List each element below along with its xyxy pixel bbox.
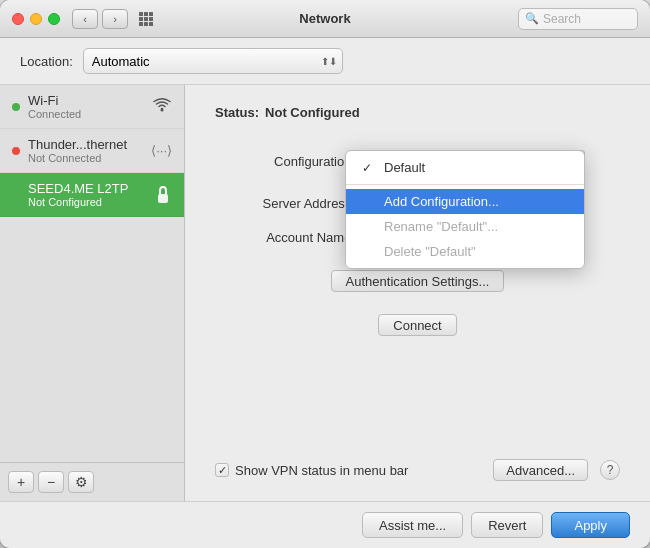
- sidebar: Wi-Fi Connected: [0, 85, 185, 501]
- network-info-thunderbolt: Thunder...thernet Not Connected: [28, 137, 151, 164]
- account-name-label: Account Name:: [215, 230, 355, 245]
- svg-rect-1: [158, 194, 168, 203]
- network-status-l2tp: Not Configured: [28, 196, 154, 208]
- dropdown-label-default: Default: [384, 160, 425, 175]
- title-bar: ‹ › Network 🔍 Search: [0, 0, 650, 38]
- network-name-thunderbolt: Thunder...thernet: [28, 137, 151, 152]
- revert-button[interactable]: Revert: [471, 512, 543, 538]
- network-item-thunderbolt[interactable]: Thunder...thernet Not Connected ⟨···⟩: [0, 129, 184, 173]
- status-dot-thunderbolt: [12, 147, 20, 155]
- remove-network-button[interactable]: −: [38, 471, 64, 493]
- network-name-wifi: Wi-Fi: [28, 93, 152, 108]
- network-info-l2tp: SEED4.ME L2TP Not Configured: [28, 181, 154, 208]
- auth-settings-button[interactable]: Authentication Settings...: [331, 270, 505, 292]
- back-button[interactable]: ‹: [72, 9, 98, 29]
- window: ‹ › Network 🔍 Search Location: Automatic…: [0, 0, 650, 548]
- vpn-checkbox-row: ✓ Show VPN status in menu bar Advanced..…: [215, 449, 620, 481]
- vpn-status-label: Show VPN status in menu bar: [235, 463, 408, 478]
- network-item-l2tp[interactable]: SEED4.ME L2TP Not Configured: [0, 173, 184, 217]
- network-status-wifi: Connected: [28, 108, 152, 120]
- thunderbolt-icon: ⟨···⟩: [151, 143, 172, 158]
- dropdown-item-delete: Delete "Default": [346, 239, 584, 264]
- config-section: Configuration: Default ✓ Default: [215, 150, 620, 336]
- connect-button-row: Connect: [215, 314, 620, 336]
- location-select[interactable]: Automatic Home Work: [83, 48, 343, 74]
- network-info-wifi: Wi-Fi Connected: [28, 93, 152, 120]
- assist-button[interactable]: Assist me...: [362, 512, 463, 538]
- dropdown-item-default[interactable]: ✓ Default: [346, 155, 584, 180]
- gear-button[interactable]: ⚙: [68, 471, 94, 493]
- search-placeholder: Search: [543, 12, 581, 26]
- advanced-button[interactable]: Advanced...: [493, 459, 588, 481]
- status-dot-wifi: [12, 103, 20, 111]
- grid-button[interactable]: [136, 9, 156, 29]
- minimize-button[interactable]: [30, 13, 42, 25]
- dropdown-item-add[interactable]: Add Configuration...: [346, 189, 584, 214]
- help-button[interactable]: ?: [600, 460, 620, 480]
- search-bar[interactable]: 🔍 Search: [518, 8, 638, 30]
- wifi-icon: [152, 97, 172, 117]
- forward-button[interactable]: ›: [102, 9, 128, 29]
- location-label: Location:: [20, 54, 73, 69]
- configuration-label: Configuration:: [215, 154, 355, 169]
- status-dot-l2tp: [12, 191, 20, 199]
- network-item-wifi[interactable]: Wi-Fi Connected: [0, 85, 184, 129]
- network-status-thunderbolt: Not Connected: [28, 152, 151, 164]
- network-name-l2tp: SEED4.ME L2TP: [28, 181, 154, 196]
- connect-button[interactable]: Connect: [378, 314, 456, 336]
- location-select-wrapper: Automatic Home Work ⬆⬇: [83, 48, 343, 74]
- svg-point-0: [161, 108, 164, 111]
- grid-icon: [139, 12, 153, 26]
- maximize-button[interactable]: [48, 13, 60, 25]
- nav-buttons: ‹ ›: [72, 9, 128, 29]
- dropdown-label-rename: Rename "Default"...: [384, 219, 498, 234]
- window-title: Network: [299, 11, 350, 26]
- bottom-bar: Assist me... Revert Apply: [0, 501, 650, 548]
- sidebar-bottom: + − ⚙: [0, 462, 184, 501]
- dropdown-item-rename: Rename "Default"...: [346, 214, 584, 239]
- dropdown-label-delete: Delete "Default": [384, 244, 476, 259]
- add-network-button[interactable]: +: [8, 471, 34, 493]
- status-row: Status: Not Configured: [215, 105, 620, 120]
- location-bar: Location: Automatic Home Work ⬆⬇: [0, 38, 650, 85]
- search-icon: 🔍: [525, 12, 539, 25]
- status-value: Not Configured: [265, 105, 360, 120]
- traffic-lights: [12, 13, 60, 25]
- dropdown-menu: ✓ Default Add Configuration... Rename "D…: [345, 150, 585, 269]
- apply-button[interactable]: Apply: [551, 512, 630, 538]
- right-panel: Status: Not Configured Configuration: De…: [185, 85, 650, 501]
- main-content: Wi-Fi Connected: [0, 85, 650, 501]
- network-list: Wi-Fi Connected: [0, 85, 184, 462]
- close-button[interactable]: [12, 13, 24, 25]
- dropdown-label-add: Add Configuration...: [384, 194, 499, 209]
- action-buttons-row: Authentication Settings...: [215, 270, 620, 292]
- status-label: Status:: [215, 105, 259, 120]
- check-icon: ✓: [362, 161, 376, 175]
- server-address-label: Server Address:: [215, 196, 355, 211]
- lock-icon: [154, 186, 172, 204]
- dropdown-separator: [346, 184, 584, 185]
- vpn-status-checkbox[interactable]: ✓: [215, 463, 229, 477]
